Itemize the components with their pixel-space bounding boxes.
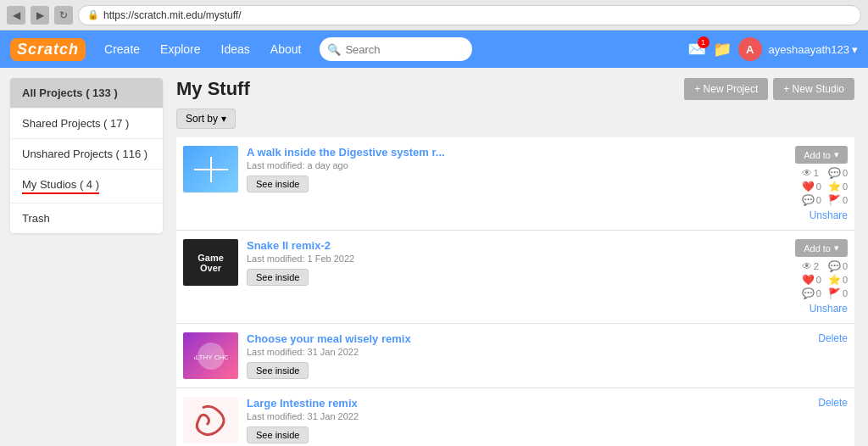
views-icon: 👁 (802, 167, 812, 179)
add-to-dropdown-icon: ▾ (834, 243, 839, 254)
dropdown-icon: ▾ (852, 43, 858, 56)
project-stats: 👁1 ❤️0 💬0 💬0 ⭐0 🚩0 (802, 167, 848, 206)
main-content: My Stuff + New Project + New Studio Sort… (163, 68, 868, 446)
nav-right: ✉️ 1 📁 A ayeshaayath123 ▾ (687, 37, 858, 61)
see-inside-button[interactable]: See inside (247, 426, 309, 443)
scratch-logo[interactable]: Scratch (10, 38, 86, 61)
project-modified: Last modified: 31 Jan 2022 (247, 347, 737, 357)
sort-bar: Sort by ▾ (176, 109, 854, 129)
project-title[interactable]: Large Intestine remix (247, 397, 358, 410)
scratch-nav: Scratch Create Explore Ideas About 🔍 ✉️ … (0, 31, 868, 68)
snake-thumb-text: Game Over (183, 249, 238, 276)
project-modified: Last modified: 31 Jan 2022 (247, 411, 737, 421)
sidebar-item-unshared[interactable]: Unshared Projects ( 116 ) (10, 139, 163, 170)
svg-text:HEALTHY CHOICE: HEALTHY CHOICE (194, 354, 228, 361)
project-title[interactable]: A walk inside the Digestive system r... (247, 146, 445, 159)
comment-icon: 💬 (828, 260, 841, 272)
back-button[interactable]: ◀ (7, 6, 25, 25)
see-inside-button[interactable]: See inside (247, 269, 309, 286)
folder-button[interactable]: 📁 (713, 40, 732, 59)
love-icon: ❤️ (802, 274, 815, 286)
unshare-link[interactable]: Unshare (810, 303, 848, 315)
sidebar-item-studios[interactable]: My Studios ( 4 ) (10, 170, 163, 203)
delete-link[interactable]: Delete (818, 397, 848, 409)
project-thumbnail (183, 146, 238, 192)
comment-icon: 💬 (828, 167, 841, 179)
sidebar-item-trash[interactable]: Trash (10, 203, 163, 233)
sidebar-item-shared[interactable]: Shared Projects ( 17 ) (10, 109, 163, 139)
unshare-link[interactable]: Unshare (810, 209, 848, 221)
project-info: Snake II remix-2 Last modified: 1 Feb 20… (247, 239, 737, 286)
love-icon: ❤️ (802, 181, 815, 192)
add-to-dropdown-icon: ▾ (834, 149, 839, 160)
nav-search-wrap: 🔍 (320, 37, 678, 61)
project-thumbnail: Game Over (183, 239, 238, 286)
project-modified: Last modified: 1 Feb 2022 (247, 254, 737, 264)
nav-create[interactable]: Create (94, 31, 150, 68)
star-icon: ⭐ (828, 274, 841, 286)
remix-icon: 💬 (802, 194, 815, 206)
project-info: Large Intestine remix Last modified: 31 … (247, 397, 737, 443)
project-thumbnail (183, 397, 238, 443)
refresh-button[interactable]: ↻ (54, 6, 73, 25)
project-actions: Delete (746, 332, 848, 344)
table-row: Large Intestine remix Last modified: 31 … (176, 388, 854, 446)
delete-link[interactable]: Delete (818, 332, 848, 344)
see-inside-button[interactable]: See inside (247, 176, 309, 192)
report-icon: 🚩 (828, 287, 841, 299)
sort-button[interactable]: Sort by ▾ (176, 109, 236, 129)
nav-explore[interactable]: Explore (150, 31, 210, 68)
project-thumbnail: HEALTHY CHOICE (183, 332, 238, 379)
see-inside-button[interactable]: See inside (247, 362, 309, 379)
table-row: HEALTHY CHOICE Choose your meal wisely r… (176, 324, 854, 388)
messages-button[interactable]: ✉️ 1 (687, 40, 706, 59)
sidebar-item-all-projects[interactable]: All Projects ( 133 ) (10, 78, 163, 109)
project-info: A walk inside the Digestive system r... … (247, 146, 737, 192)
message-badge: 1 (698, 36, 709, 48)
project-list: A walk inside the Digestive system r... … (176, 137, 854, 446)
lock-icon: 🔒 (87, 9, 99, 20)
project-actions: Delete (746, 397, 848, 409)
nav-about[interactable]: About (260, 31, 312, 68)
report-icon: 🚩 (828, 194, 841, 206)
star-icon: ⭐ (828, 181, 841, 192)
project-info: Choose your meal wisely remix Last modif… (247, 332, 737, 379)
avatar: A (738, 37, 762, 61)
sidebar: All Projects ( 133 ) Shared Projects ( 1… (10, 78, 163, 233)
add-to-button[interactable]: Add to ▾ (795, 146, 848, 164)
page-title: My Stuff (176, 78, 250, 100)
project-title[interactable]: Choose your meal wisely remix (247, 332, 411, 345)
project-modified: Last modified: a day ago (247, 160, 737, 170)
browser-bar: ◀ ▶ ↻ 🔒 https://scratch.mit.edu/mystuff/ (0, 0, 868, 31)
forward-button[interactable]: ▶ (31, 6, 49, 25)
table-row: A walk inside the Digestive system r... … (176, 137, 854, 231)
url-text: https://scratch.mit.edu/mystuff/ (103, 9, 242, 21)
content-header: My Stuff + New Project + New Studio (176, 78, 854, 100)
nav-ideas[interactable]: Ideas (211, 31, 260, 68)
new-project-button[interactable]: + New Project (684, 78, 768, 100)
remix-icon: 💬 (802, 287, 815, 299)
studios-underline (22, 192, 99, 194)
sort-dropdown-icon: ▾ (221, 113, 226, 125)
address-bar[interactable]: 🔒 https://scratch.mit.edu/mystuff/ (78, 5, 861, 25)
header-buttons: + New Project + New Studio (684, 78, 854, 100)
new-studio-button[interactable]: + New Studio (773, 78, 854, 100)
project-stats: 👁2 ❤️0 💬0 💬0 ⭐0 🚩0 (802, 260, 848, 299)
project-title[interactable]: Snake II remix-2 (247, 239, 331, 252)
search-input[interactable] (320, 37, 472, 61)
views-icon: 👁 (802, 260, 812, 272)
main-layout: All Projects ( 133 ) Shared Projects ( 1… (0, 68, 868, 446)
nav-links: Create Explore Ideas About (94, 31, 311, 68)
table-row: Game Over Snake II remix-2 Last modified… (176, 231, 854, 324)
project-actions: Add to ▾ 👁1 ❤️0 💬0 💬0 ⭐0 🚩0 (746, 146, 848, 221)
username-button[interactable]: ayeshaayath123 ▾ (769, 43, 858, 56)
project-actions: Add to ▾ 👁2 ❤️0 💬0 💬0 ⭐0 🚩0 (746, 239, 848, 315)
add-to-button[interactable]: Add to ▾ (795, 239, 848, 257)
